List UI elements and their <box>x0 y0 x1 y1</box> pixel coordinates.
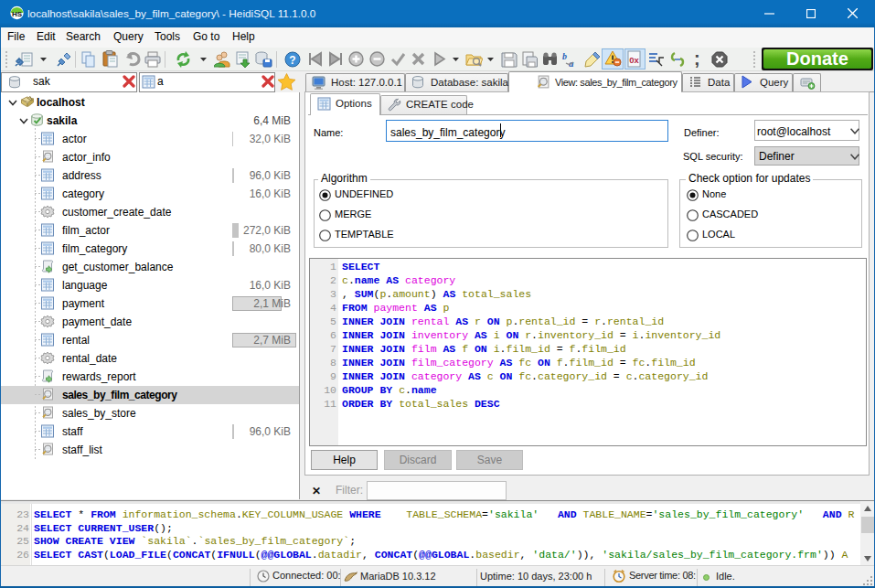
svg-text:b: b <box>562 51 567 61</box>
svg-text:0x: 0x <box>629 55 639 65</box>
svg-text:HS: HS <box>12 10 23 18</box>
svg-text:?: ? <box>289 54 295 67</box>
